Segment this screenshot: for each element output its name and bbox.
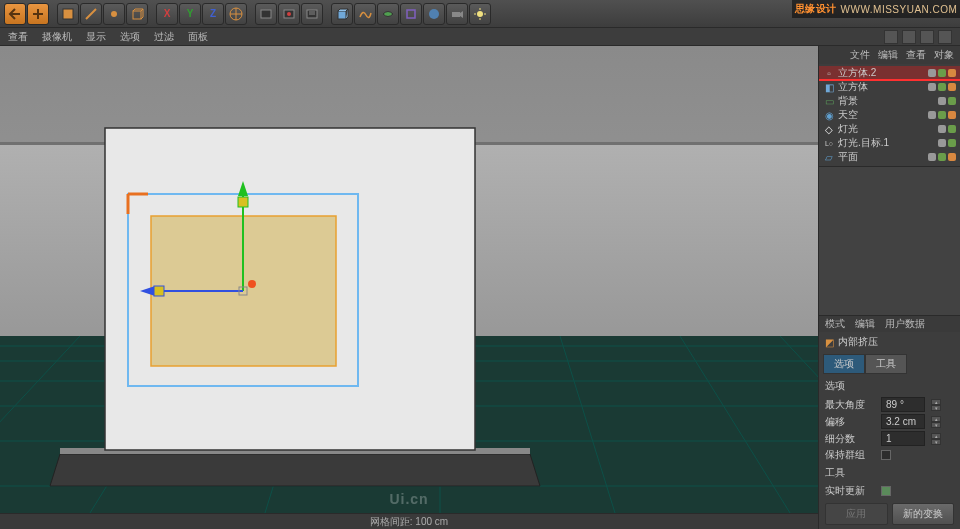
render-settings-button[interactable] bbox=[301, 3, 323, 25]
attribute-header: 模式 编辑 用户数据 bbox=[819, 316, 960, 332]
primitive-button[interactable] bbox=[331, 3, 353, 25]
plane-icon: ▱ bbox=[823, 151, 835, 163]
object-label: 背景 bbox=[838, 94, 858, 108]
object-list: ▫ 立方体.2 ◧ 立方体 ▭ 背景 ◉ 天空 ◇ 灯光 bbox=[819, 64, 960, 166]
nav-rotate-icon[interactable] bbox=[920, 30, 934, 44]
svg-point-1 bbox=[111, 11, 117, 17]
render-button[interactable] bbox=[255, 3, 277, 25]
nav-layout-icon[interactable] bbox=[938, 30, 952, 44]
object-row-plane[interactable]: ▱ 平面 bbox=[819, 150, 960, 164]
spinner[interactable]: ▴▾ bbox=[931, 433, 941, 445]
attr-row-keepgroup: 保持群组 bbox=[819, 447, 960, 463]
axis-z-button[interactable]: Z bbox=[202, 3, 224, 25]
select-point-button[interactable] bbox=[103, 3, 125, 25]
object-row-cube[interactable]: ◧ 立方体 bbox=[819, 80, 960, 94]
subdiv-input[interactable]: 1 bbox=[881, 431, 925, 446]
select-edge-button[interactable] bbox=[80, 3, 102, 25]
add-button[interactable] bbox=[27, 3, 49, 25]
om-menu-edit[interactable]: 编辑 bbox=[878, 48, 898, 62]
object-row-sky[interactable]: ◉ 天空 bbox=[819, 108, 960, 122]
section-tool-label: 工具 bbox=[819, 463, 960, 483]
tab-options[interactable]: 选项 bbox=[823, 354, 865, 374]
viewport-menubar: 查看 摄像机 显示 选项 过滤 面板 bbox=[0, 28, 960, 46]
om-menu-file[interactable]: 文件 bbox=[850, 48, 870, 62]
spline-button[interactable] bbox=[354, 3, 376, 25]
world-axis-button[interactable] bbox=[225, 3, 247, 25]
object-label: 天空 bbox=[838, 108, 858, 122]
attr-menu-edit[interactable]: 编辑 bbox=[855, 317, 875, 331]
light-button[interactable] bbox=[469, 3, 491, 25]
keepgroup-checkbox[interactable] bbox=[881, 450, 891, 460]
spinner[interactable]: ▴▾ bbox=[931, 399, 941, 411]
cube-tool-button[interactable] bbox=[126, 3, 148, 25]
panel-spacer bbox=[819, 166, 960, 315]
attr-row-subdiv: 细分数 1 ▴▾ bbox=[819, 430, 960, 447]
menu-options[interactable]: 选项 bbox=[120, 30, 140, 44]
tab-tool[interactable]: 工具 bbox=[865, 354, 907, 374]
menu-view[interactable]: 查看 bbox=[8, 30, 28, 44]
spinner[interactable]: ▴▾ bbox=[931, 416, 941, 428]
svg-rect-9 bbox=[407, 10, 415, 18]
inner-extrude-icon: ◩ bbox=[825, 337, 834, 348]
maxangle-input[interactable]: 89 ° bbox=[881, 397, 925, 412]
object-label: 灯光.目标.1 bbox=[838, 136, 889, 150]
realtime-checkbox[interactable] bbox=[881, 486, 891, 496]
select-face-button[interactable] bbox=[57, 3, 79, 25]
object-label: 立方体 bbox=[838, 80, 868, 94]
attr-row-offset: 偏移 3.2 cm ▴▾ bbox=[819, 413, 960, 430]
viewport-3d[interactable]: Ui.cn bbox=[0, 46, 818, 529]
object-label: 立方体.2 bbox=[838, 66, 876, 80]
svg-point-12 bbox=[477, 11, 483, 17]
nurbs-button[interactable] bbox=[377, 3, 399, 25]
svg-rect-0 bbox=[63, 9, 73, 19]
camera-button[interactable] bbox=[446, 3, 468, 25]
menu-camera[interactable]: 摄像机 bbox=[42, 30, 72, 44]
nav-zoom-icon[interactable] bbox=[902, 30, 916, 44]
attr-label: 实时更新 bbox=[825, 484, 875, 498]
grid-spacing-label: 网格间距: 100 cm bbox=[370, 515, 448, 529]
deformer-button[interactable] bbox=[400, 3, 422, 25]
watermark-logo: Ui.cn bbox=[389, 491, 428, 507]
section-options-label: 选项 bbox=[819, 376, 960, 396]
apply-button[interactable]: 应用 bbox=[825, 503, 888, 525]
attr-row-maxangle: 最大角度 89 ° ▴▾ bbox=[819, 396, 960, 413]
menu-display[interactable]: 显示 bbox=[86, 30, 106, 44]
object-row-light-target[interactable]: L○ 灯光.目标.1 bbox=[819, 136, 960, 150]
menu-filter[interactable]: 过滤 bbox=[154, 30, 174, 44]
axis-x-button[interactable]: X bbox=[156, 3, 178, 25]
environment-button[interactable] bbox=[423, 3, 445, 25]
attr-label: 保持群组 bbox=[825, 448, 875, 462]
object-label: 灯光 bbox=[838, 122, 858, 136]
object-row-background[interactable]: ▭ 背景 bbox=[819, 94, 960, 108]
nav-pan-icon[interactable] bbox=[884, 30, 898, 44]
undo-button[interactable] bbox=[4, 3, 26, 25]
svg-rect-39 bbox=[238, 197, 248, 207]
new-transform-button[interactable]: 新的变换 bbox=[892, 503, 955, 525]
svg-rect-8 bbox=[338, 11, 346, 19]
object-label: 平面 bbox=[838, 150, 858, 164]
sky-icon: ◉ bbox=[823, 109, 835, 121]
svg-point-10 bbox=[429, 9, 439, 19]
attr-label: 偏移 bbox=[825, 415, 875, 429]
svg-rect-11 bbox=[452, 12, 460, 17]
om-menu-view[interactable]: 查看 bbox=[906, 48, 926, 62]
cube-icon: ▫ bbox=[823, 67, 835, 79]
object-manager-header: 文件 编辑 查看 对象 bbox=[819, 46, 960, 64]
attr-menu-mode[interactable]: 模式 bbox=[825, 317, 845, 331]
attribute-title: ◩ 内部挤压 bbox=[819, 332, 960, 352]
offset-input[interactable]: 3.2 cm bbox=[881, 414, 925, 429]
axis-y-button[interactable]: Y bbox=[179, 3, 201, 25]
background-icon: ▭ bbox=[823, 95, 835, 107]
object-row-cube2[interactable]: ▫ 立方体.2 bbox=[819, 66, 960, 80]
object-row-light[interactable]: ◇ 灯光 bbox=[819, 122, 960, 136]
menu-panel[interactable]: 面板 bbox=[188, 30, 208, 44]
render-region-button[interactable] bbox=[278, 3, 300, 25]
light-target-icon: L○ bbox=[823, 137, 835, 149]
svg-marker-30 bbox=[50, 454, 540, 486]
attribute-panel: 模式 编辑 用户数据 ◩ 内部挤压 选项 工具 选项 最大角度 89 ° ▴▾ … bbox=[819, 315, 960, 529]
attr-menu-userdata[interactable]: 用户数据 bbox=[885, 317, 925, 331]
svg-point-6 bbox=[287, 12, 291, 16]
om-menu-object[interactable]: 对象 bbox=[934, 48, 954, 62]
light-icon: ◇ bbox=[823, 123, 835, 135]
svg-rect-4 bbox=[261, 10, 271, 18]
